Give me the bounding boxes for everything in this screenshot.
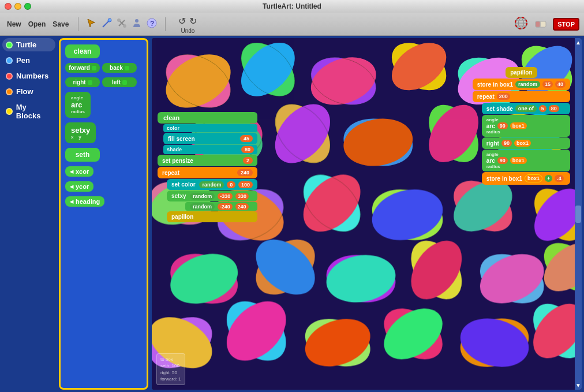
svg-point-6 [123,24,126,28]
heading-block[interactable]: heading [65,196,104,207]
scissors-tool[interactable] [115,17,128,32]
undo-button[interactable]: ↺ [177,14,187,28]
clean-row: clean [65,44,142,58]
svg-rect-16 [536,21,540,27]
forward-block[interactable]: forward [65,63,100,73]
file-menu-group: New Open Save [5,19,71,29]
redo-button[interactable]: ↻ [188,14,198,28]
turtle-dot [6,42,13,48]
sidebar-turtle-label: Turtle [16,40,36,49]
right-block[interactable]: right [65,77,100,87]
eraser-icon[interactable] [533,16,548,33]
flow-dot [6,88,13,95]
clean-block[interactable]: clean [65,44,100,58]
setxy-block[interactable]: setxy x y [65,122,96,143]
maximize-button[interactable] [24,3,31,10]
ycor-row: ycor [65,181,142,192]
wand-tool[interactable] [100,17,113,32]
undo-group: ↺ ↻ Undo [177,14,198,34]
myblocks-dot [6,108,13,115]
seth-row: seth [65,148,142,162]
right-left-row: right left [65,77,142,87]
main-area: Turtle Pen Numbers Flow My Blocks clean … [0,36,584,392]
sidebar-pen-label: Pen [16,56,30,65]
svg-point-2 [108,18,111,22]
window-buttons [5,3,31,10]
network-icon[interactable] [514,16,529,33]
arrow-tool[interactable] [85,17,98,32]
sidebar-item-myblocks[interactable]: My Blocks [2,100,55,122]
xcor-block[interactable]: xcor [65,166,93,177]
sidebar-item-pen[interactable]: Pen [2,54,55,67]
save-menu[interactable]: Save [50,19,71,29]
toolbar-right: STOP [514,16,579,33]
toolbar-separator-2 [165,17,166,31]
new-menu[interactable]: New [5,19,24,29]
svg-text:?: ? [150,20,154,28]
undo-redo-arrows: ↺ ↻ [177,14,198,28]
ycor-block[interactable]: ycor [65,181,93,192]
forward-back-row: forward back [65,63,142,73]
titlebar: TurtleArt: Untitled [0,0,584,13]
svg-point-5 [117,18,121,22]
sidebar-item-numbers[interactable]: Numbers [2,69,55,83]
sidebar-numbers-label: Numbers [16,72,48,80]
toolbar-separator-1 [78,17,78,31]
svg-marker-0 [88,19,95,27]
tool-group: ? [85,17,158,32]
numbers-dot [6,73,13,80]
sidebar: Turtle Pen Numbers Flow My Blocks [0,36,58,392]
back-block[interactable]: back [102,63,137,73]
stop-button[interactable]: STOP [553,18,579,31]
left-block[interactable]: left [102,77,137,87]
sidebar-flow-label: Flow [16,87,33,96]
sidebar-item-turtle[interactable]: Turtle [2,38,55,51]
blocks-panel: clean forward back right left [59,38,148,390]
minimize-button[interactable] [14,3,21,10]
arc-block[interactable]: angle arc radius [65,92,91,118]
canvas-area: clean color fill screen 45 shade 80 set … [149,36,584,392]
help-tool[interactable]: ? [145,17,158,32]
setxy-row: setxy x y [65,122,142,143]
svg-point-7 [135,19,138,23]
sidebar-item-flow[interactable]: Flow [2,85,55,98]
window-title: TurtleArt: Untitled [263,2,321,10]
arc-row: angle arc radius [65,92,142,118]
person-tool[interactable] [130,17,143,32]
xcor-row: xcor [65,166,142,177]
undo-label: Undo [181,28,194,34]
seth-block[interactable]: seth [65,148,100,162]
open-menu[interactable]: Open [26,19,48,29]
heading-row: heading [65,196,142,207]
pen-dot [6,57,13,64]
sidebar-myblocks-label: My Blocks [16,103,52,120]
close-button[interactable] [5,3,12,10]
toolbar: New Open Save [0,13,584,36]
canvas[interactable]: clean color fill screen 45 shade 80 set … [152,38,582,390]
